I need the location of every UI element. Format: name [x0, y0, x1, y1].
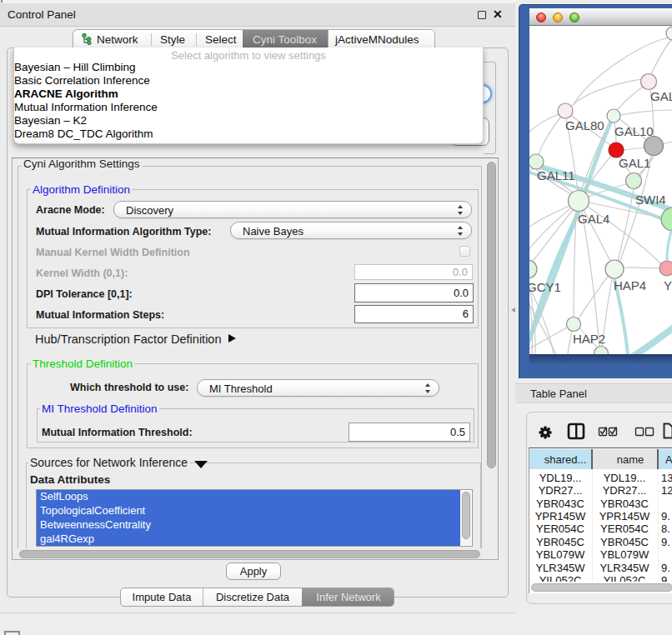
svg-text:GAL10: GAL10 [614, 124, 654, 138]
svg-text:GAL80: GAL80 [565, 118, 604, 132]
svg-text:GCY1: GCY1 [529, 280, 561, 294]
svg-text:HAP2: HAP2 [573, 332, 605, 346]
svg-text:HAP4: HAP4 [614, 278, 646, 292]
svg-text:GAL1: GAL1 [619, 156, 650, 170]
svg-text:GAL4: GAL4 [578, 212, 609, 226]
svg-text:SWI4: SWI4 [635, 192, 666, 207]
svg-text:GAL2: GAL2 [650, 89, 672, 103]
svg-text:GAL11: GAL11 [537, 168, 575, 182]
svg-text:Y: Y [664, 278, 672, 292]
